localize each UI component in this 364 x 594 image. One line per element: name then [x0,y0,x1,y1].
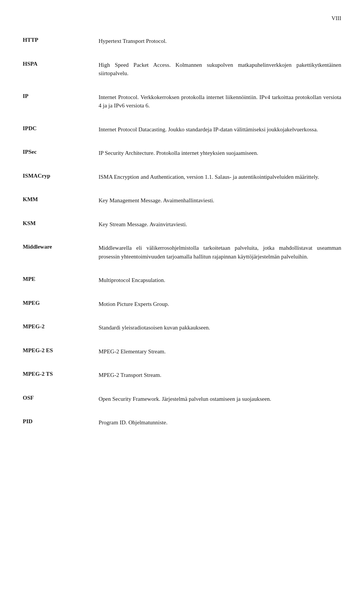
term-label: KMM [23,192,99,209]
definition-text: Middlewarella eli välikerrosohjelmistoll… [99,240,341,265]
definition-text: MPEG-2 Elementary Stream. [99,343,341,360]
table-row: KSMKey Stream Message. Avainvirtaviesti. [23,216,341,233]
table-row: IPDCInternet Protocol Datacasting. Joukk… [23,121,341,138]
term-label: MPEG-2 TS [23,367,99,383]
term-label: ISMACryp [23,169,99,185]
term-label: PID [23,414,99,431]
table-row: HSPAHigh Speed Packet Access. Kolmannen … [23,57,341,82]
row-spacer [23,383,341,391]
table-row: OSFOpen Security Framework. Järjestelmä … [23,391,341,407]
row-spacer [23,185,341,192]
row-spacer [23,312,341,320]
row-spacer [23,161,341,169]
definition-text: IP Security Architecture. Protokolla int… [99,145,341,161]
term-label: MPEG-2 [23,320,99,336]
row-spacer [23,137,341,145]
table-row: MPEG-2Standardi yleisradiotasoisen kuvan… [23,320,341,336]
table-row: MPEG-2 TSMPEG-2 Transport Stream. [23,367,341,383]
glossary-table: HTTPHypertext Transport Protocol.HSPAHig… [23,33,341,438]
row-spacer [23,265,341,272]
term-label: Middleware [23,240,99,265]
definition-text: Program ID. Ohjelmatunniste. [99,414,341,431]
row-spacer [23,232,341,240]
term-label: IPDC [23,121,99,138]
definition-text: Key Stream Message. Avainvirtaviesti. [99,216,341,233]
term-label: IP [23,89,99,114]
row-spacer [23,114,341,121]
row-spacer [23,359,341,367]
row-spacer [23,49,341,57]
row-spacer [23,336,341,343]
definition-text: ISMA Encryption and Authentication, vers… [99,169,341,185]
definition-text: Internet Protocol Datacasting. Joukko st… [99,121,341,138]
definition-text: Hypertext Transport Protocol. [99,33,341,49]
term-label: HSPA [23,57,99,82]
term-label: MPE [23,272,99,288]
page-number: VIII [23,15,341,22]
term-label: HTTP [23,33,99,49]
row-spacer [23,82,341,89]
table-row: MPEG-2 ESMPEG-2 Elementary Stream. [23,343,341,360]
table-row: PIDProgram ID. Ohjelmatunniste. [23,414,341,431]
definition-text: Open Security Framework. Järjestelmä pal… [99,391,341,407]
table-row: ISMACrypISMA Encryption and Authenticati… [23,169,341,185]
definition-text: High Speed Packet Access. Kolmannen suku… [99,57,341,82]
definition-text: Standardi yleisradiotasoisen kuvan pakka… [99,320,341,336]
row-spacer [23,431,341,438]
term-label: KSM [23,216,99,233]
table-row: MiddlewareMiddlewarella eli välikerrosoh… [23,240,341,265]
table-row: IPInternet Protocol. Verkkokerroksen pro… [23,89,341,114]
definition-text: Motion Picture Experts Group. [99,296,341,312]
definition-text: MPEG-2 Transport Stream. [99,367,341,383]
table-row: MPEMultiprotocol Encapsulation. [23,272,341,288]
term-label: MPEG-2 ES [23,343,99,360]
table-row: MPEGMotion Picture Experts Group. [23,296,341,312]
row-spacer [23,407,341,414]
definition-text: Multiprotocol Encapsulation. [99,272,341,288]
row-spacer [23,288,341,296]
term-label: IPSec [23,145,99,161]
table-row: HTTPHypertext Transport Protocol. [23,33,341,49]
term-label: OSF [23,391,99,407]
table-row: IPSecIP Security Architecture. Protokoll… [23,145,341,161]
term-label: MPEG [23,296,99,312]
definition-text: Key Management Message. Avaimenhallintav… [99,192,341,209]
row-spacer [23,209,341,216]
definition-text: Internet Protocol. Verkkokerroksen proto… [99,89,341,114]
table-row: KMMKey Management Message. Avaimenhallin… [23,192,341,209]
